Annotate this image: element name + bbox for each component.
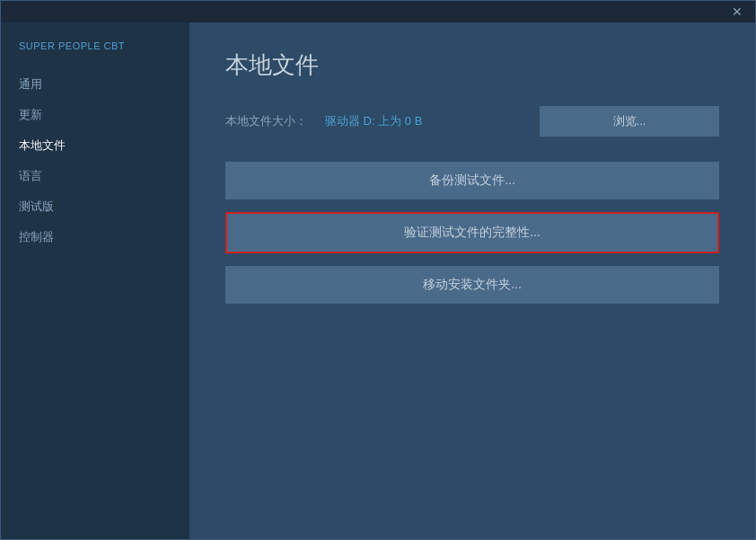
- browse-button[interactable]: 浏览...: [540, 106, 719, 137]
- app-title: SUPER PEOPLE CBT: [1, 40, 189, 69]
- sidebar: SUPER PEOPLE CBT 通用更新本地文件语言测试版控制器: [1, 22, 189, 539]
- sidebar-item-update[interactable]: 更新: [1, 100, 189, 130]
- sidebar-item-controller[interactable]: 控制器: [1, 222, 189, 252]
- action-buttons: 备份测试文件...验证测试文件的完整性...移动安装文件夹...: [225, 162, 719, 304]
- main-window: ✕ SUPER PEOPLE CBT 通用更新本地文件语言测试版控制器 本地文件…: [0, 0, 756, 540]
- sidebar-item-language[interactable]: 语言: [1, 161, 189, 191]
- title-bar: ✕: [1, 1, 755, 22]
- sidebar-item-general[interactable]: 通用: [1, 69, 189, 100]
- close-button[interactable]: ✕: [726, 4, 748, 20]
- file-size-link[interactable]: 驱动器 D: 上为 0 B: [325, 113, 422, 129]
- page-title: 本地文件: [225, 49, 719, 81]
- main-panel: 本地文件 本地文件大小： 驱动器 D: 上为 0 B 浏览... 备份测试文件.…: [189, 22, 755, 539]
- sidebar-item-local-files[interactable]: 本地文件: [1, 130, 189, 161]
- file-size-label: 本地文件大小：: [225, 113, 307, 129]
- backup-button[interactable]: 备份测试文件...: [225, 162, 719, 199]
- content-area: SUPER PEOPLE CBT 通用更新本地文件语言测试版控制器 本地文件 本…: [1, 22, 755, 539]
- sidebar-item-beta[interactable]: 测试版: [1, 191, 189, 222]
- verify-button[interactable]: 验证测试文件的完整性...: [225, 212, 719, 253]
- file-size-row: 本地文件大小： 驱动器 D: 上为 0 B 浏览...: [225, 106, 719, 137]
- move-button[interactable]: 移动安装文件夹...: [225, 266, 719, 304]
